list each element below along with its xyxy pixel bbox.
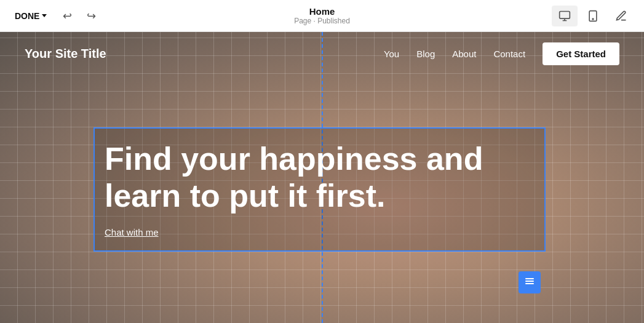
page-title: Home (294, 6, 350, 17)
toolbar-right (552, 6, 634, 26)
svg-rect-3 (525, 278, 534, 279)
svg-rect-5 (525, 283, 534, 284)
block-action-icon (524, 276, 535, 289)
nav-link-you[interactable]: You (384, 49, 399, 59)
desktop-view-button[interactable] (552, 6, 578, 26)
get-started-button[interactable]: Get Started (543, 42, 619, 65)
undo-button[interactable]: ↩ (59, 6, 76, 26)
site-title[interactable]: Your Site Title (25, 47, 106, 61)
page-status: Page · Published (294, 17, 350, 25)
undo-icon: ↩ (63, 9, 72, 23)
edit-view-button[interactable] (608, 6, 634, 26)
toolbar-left: DONE ↩ ↪ (10, 6, 100, 26)
redo-button[interactable]: ↪ (83, 6, 100, 26)
preview-navigation: Your Site Title You Blog About Contact G… (0, 32, 644, 75)
redo-icon: ↪ (87, 9, 96, 23)
done-button[interactable]: DONE (10, 9, 52, 23)
svg-point-2 (592, 18, 594, 20)
nav-links: You Blog About Contact Get Started (384, 42, 619, 65)
nav-link-about[interactable]: About (452, 49, 476, 59)
nav-link-contact[interactable]: Contact (493, 49, 525, 59)
svg-rect-4 (525, 281, 534, 282)
chevron-down-icon (42, 14, 47, 17)
nav-link-blog[interactable]: Blog (416, 49, 435, 59)
hero-content-block[interactable]: Find your happiness and learn to put it … (93, 127, 546, 252)
block-action-button[interactable] (519, 271, 541, 293)
mobile-view-button[interactable] (580, 6, 606, 26)
canvas: Your Site Title You Blog About Contact G… (0, 32, 644, 323)
edit-icon (615, 10, 627, 22)
mobile-icon (587, 10, 599, 22)
desktop-icon (559, 10, 571, 22)
toolbar-center: Home Page · Published (294, 6, 350, 25)
toolbar: DONE ↩ ↪ Home Page · Published (0, 0, 644, 32)
svg-rect-0 (560, 11, 570, 18)
done-label: DONE (15, 11, 39, 21)
hero-cta-link[interactable]: Chat with me (105, 227, 159, 237)
hero-headline: Find your happiness and learn to put it … (105, 141, 535, 215)
